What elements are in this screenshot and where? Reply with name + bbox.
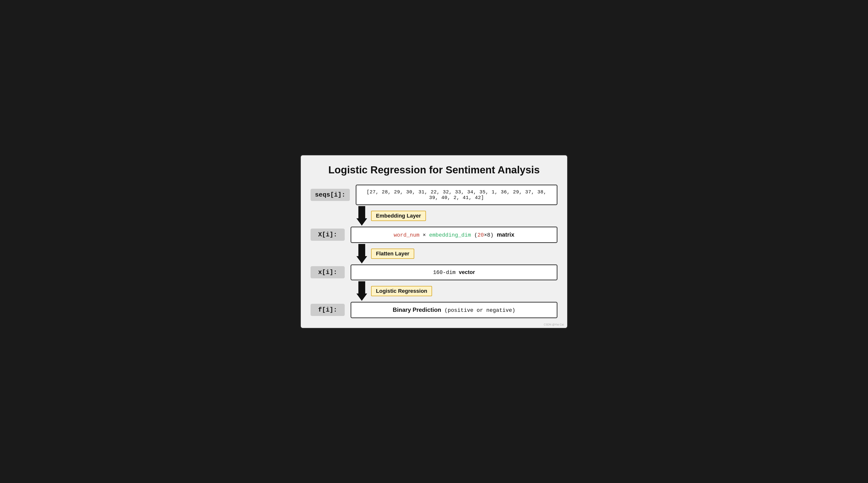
row-xi: X[i]: word_num × embedding_dim (20×8) ma…: [311, 227, 557, 243]
watermark: CSDN @Yixi Cai: [544, 323, 564, 326]
arrow-head-2: [356, 256, 367, 263]
content-xi: word_num × embedding_dim (20×8) matrix: [350, 227, 557, 243]
num2: 8: [487, 232, 490, 238]
logistic-layer-label: Logistic Regression: [371, 286, 432, 296]
vector-label: vector: [459, 269, 475, 275]
arrow-row-logistic: Logistic Regression: [311, 281, 557, 301]
arrow-logistic: [356, 281, 367, 301]
label-xi: X[i]:: [311, 229, 345, 241]
binary-prediction-label: Binary Prediction: [393, 307, 441, 313]
arrow-row-embedding: Embedding Layer: [311, 206, 557, 226]
arrow-body-1: [359, 206, 365, 218]
arrow-section-1: Embedding Layer: [350, 206, 557, 226]
label-fi: f[i]:: [311, 304, 345, 316]
x-symbol: ×: [420, 232, 429, 238]
embed-dim-text: embedding_dim: [429, 232, 471, 238]
arrow-section-2: Flatten Layer: [350, 244, 557, 263]
prediction-rest: (positive or negative): [441, 307, 516, 314]
paren-close: ): [490, 232, 497, 238]
arrow-body-2: [359, 244, 365, 256]
flatten-layer-label: Flatten Layer: [371, 249, 414, 259]
matrix-label: matrix: [497, 231, 514, 238]
arrow-section-3: Logistic Regression: [350, 281, 557, 301]
row-xsmall: x[i]: 160-dim vector: [311, 264, 557, 280]
x2-symbol: ×: [484, 232, 487, 238]
arrow-embedding: [356, 206, 367, 226]
arrow-body-3: [359, 281, 365, 293]
num1: 20: [477, 232, 484, 238]
content-xsmall: 160-dim vector: [350, 264, 557, 280]
dim-text: 160-dim: [433, 269, 459, 276]
label-seqs: seqs[i]:: [311, 189, 350, 201]
content-seqs: [27, 28, 29, 30, 31, 22, 32, 33, 34, 35,…: [356, 184, 557, 205]
word-num-text: word_num: [394, 232, 420, 238]
arrow-row-flatten: Flatten Layer: [311, 244, 557, 263]
paren-open: (: [471, 232, 477, 238]
row-fi: f[i]: Binary Prediction (positive or neg…: [311, 302, 557, 318]
row-seqs: seqs[i]: [27, 28, 29, 30, 31, 22, 32, 33…: [311, 184, 557, 205]
arrow-flatten: [356, 244, 367, 263]
content-fi: Binary Prediction (positive or negative): [350, 302, 557, 318]
slide-title: Logistic Regression for Sentiment Analys…: [311, 164, 557, 176]
label-xsmall: x[i]:: [311, 266, 345, 278]
diagram-area: seqs[i]: [27, 28, 29, 30, 31, 22, 32, 33…: [311, 184, 557, 318]
arrow-head-3: [356, 293, 367, 301]
embedding-layer-label: Embedding Layer: [371, 211, 426, 221]
arrow-head-1: [356, 218, 367, 226]
slide-container: Logistic Regression for Sentiment Analys…: [300, 154, 568, 329]
